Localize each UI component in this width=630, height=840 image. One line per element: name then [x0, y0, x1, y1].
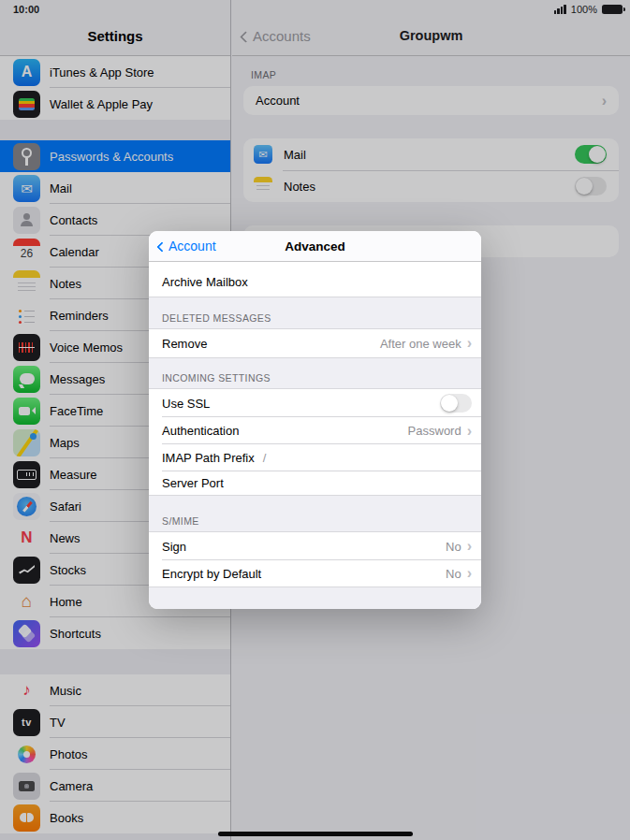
sign-value: No [446, 540, 462, 554]
authentication-value: Password [408, 424, 462, 438]
modal-title: Advanced [149, 231, 481, 261]
imap-path-prefix-row: IMAP Path Prefix / [149, 444, 481, 471]
sign-row[interactable]: Sign No › [149, 532, 481, 560]
home-indicator[interactable] [218, 832, 413, 836]
remove-value: After one week [380, 337, 462, 351]
imap-path-prefix-field[interactable]: / [263, 451, 267, 465]
modal-header: Account Advanced [149, 231, 481, 262]
authentication-row[interactable]: Authentication Password › [149, 417, 481, 444]
modal-footer [149, 587, 481, 609]
smime-section-header: S/MIME [149, 495, 481, 532]
chevron-right-icon: › [467, 539, 472, 554]
incoming-settings-section-header: INCOMING SETTINGS [149, 357, 481, 389]
remove-row[interactable]: Remove After one week › [149, 329, 481, 357]
encrypt-by-default-value: No [446, 567, 462, 581]
ipad-settings-screen: 10:00 100% Settings iTunes & App Store W… [0, 0, 630, 840]
server-port-row: Server Port [149, 471, 481, 495]
advanced-settings-modal: Account Advanced Archive Mailbox DELETED… [149, 231, 481, 609]
chevron-right-icon: › [467, 336, 472, 351]
chevron-right-icon: › [467, 566, 472, 581]
use-ssl-row: Use SSL [149, 389, 481, 417]
deleted-messages-section-header: DELETED MESSAGES [149, 297, 481, 329]
use-ssl-toggle[interactable] [440, 394, 472, 413]
encrypt-by-default-row[interactable]: Encrypt by Default No › [149, 560, 481, 587]
archive-mailbox-row[interactable]: Archive Mailbox [149, 268, 481, 297]
chevron-right-icon: › [467, 424, 472, 439]
